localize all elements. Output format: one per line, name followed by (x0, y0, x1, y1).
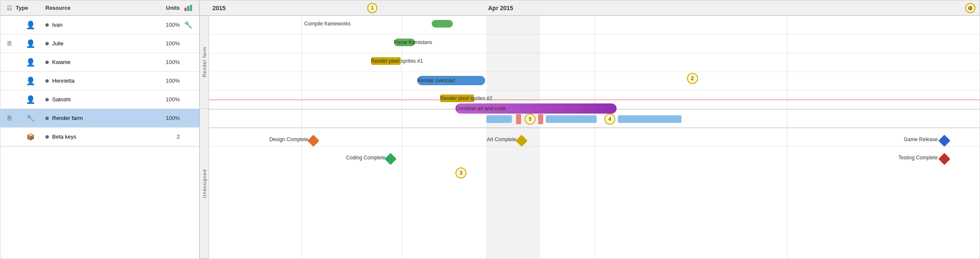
game-release-label: Game Release (904, 136, 938, 142)
beta-keys-row: 5 4 (486, 114, 681, 125)
table-header: ☷ Type Resource Units (0, 0, 199, 16)
gantt-panel: 2015 Apr 2015 1 ⊕ Render farm Unassigned (200, 0, 980, 259)
person-icon: 👤 (26, 76, 35, 86)
dot-icon (45, 61, 49, 64)
gantt-chart-area: Compile frameworks Parse framistans Rend… (209, 16, 980, 259)
art-complete-diamond[interactable] (516, 135, 528, 147)
row-action-ivan: 🔧 (180, 21, 197, 29)
art-complete-group: Art Complete (517, 136, 526, 145)
vert-label-column: Render farm Unassigned (200, 16, 209, 259)
wrench-icon: 🔧 (26, 114, 35, 122)
row-units-kwame: 100% (150, 59, 180, 65)
callout-1: 1 (367, 3, 377, 13)
row-resource-julie: Julie (45, 40, 150, 47)
testing-complete-label: Testing Complete (899, 155, 938, 161)
row-check-julie: 🖹 (3, 40, 16, 47)
row-type-henrietta: 👤 (16, 76, 45, 86)
beta-bar-3[interactable] (618, 115, 681, 123)
compile-label: Compile frameworks (304, 21, 350, 27)
beta-pink-1 (516, 114, 521, 124)
testing-complete-diamond[interactable] (938, 153, 950, 165)
dot-icon (45, 135, 49, 139)
gantt-header: 2015 Apr 2015 1 ⊕ (200, 0, 980, 16)
render-sprites2-row: Render pixel sprites #2 (440, 95, 474, 102)
parse-label: Parse framistans (394, 39, 432, 45)
row-type-satoshi: 👤 (16, 95, 45, 104)
row-resource-satoshi: Satoshi (45, 96, 150, 103)
header-units: Units (150, 5, 180, 11)
header-resource: Resource (45, 5, 150, 11)
coding-complete-label: Coding Complete (346, 155, 385, 161)
coding-complete-group: Coding Complete (386, 155, 395, 163)
row-check-render: 🖹 (3, 115, 16, 122)
parse-framistans-row: Parse framistans (394, 39, 415, 46)
row-units-ivan: 100% (150, 22, 180, 28)
row-type-ivan: 👤 (16, 20, 45, 30)
doc-icon: 🖹 (6, 115, 12, 122)
doc-icon: 🖹 (6, 40, 12, 47)
grid-vline (787, 16, 787, 259)
render-farm-label: Render farm (202, 47, 207, 77)
render-overload-row: Render overload (417, 76, 485, 85)
dot-icon (45, 117, 49, 120)
resource-table: ☷ Type Resource Units 👤 Ivan (0, 0, 200, 259)
svg-rect-0 (184, 8, 187, 11)
plus-button[interactable]: ⊕ (965, 3, 975, 13)
design-complete-group: Design Complete (309, 136, 318, 145)
row-resource-kwame: Kwame (45, 59, 150, 65)
row-units-henrietta: 100% (150, 78, 180, 84)
row-type-beta: 📦 (16, 133, 45, 141)
header-chart-icon (180, 3, 197, 13)
row-units-render: 100% (150, 115, 180, 121)
callout-2: 2 (687, 73, 698, 84)
dot-icon (45, 79, 49, 83)
art-complete-label: Art Complete (487, 136, 517, 142)
game-release-diamond[interactable] (938, 135, 950, 147)
row-resource-beta: Beta keys (45, 134, 150, 140)
table-row[interactable]: 🖹 🔧 Render farm 100% (0, 109, 199, 128)
row-resource-henrietta: Henrietta (45, 78, 150, 84)
render-overload-label: Render overload (417, 78, 455, 84)
callout-4: 4 (604, 114, 615, 125)
person-icon: 👤 (26, 20, 35, 30)
design-complete-diamond[interactable] (307, 135, 319, 147)
table-row[interactable]: 👤 Kwame 100% (0, 53, 199, 72)
beta-bar-2[interactable] (546, 115, 597, 123)
table-row[interactable]: 👤 Ivan 100% 🔧 (0, 16, 199, 34)
render-sprites2-label: Render pixel sprites #2 (440, 95, 492, 101)
gantt-month-label: Apr 2015 (488, 5, 513, 11)
combine-art-row: Combine art and code (455, 103, 879, 114)
box-icon: 📦 (26, 133, 35, 141)
table-row[interactable]: 👤 Satoshi 100% (0, 90, 199, 109)
design-complete-label: Design Complete (269, 136, 308, 142)
compile-frameworks-row: Compile frameworks (379, 20, 453, 28)
svg-rect-2 (190, 5, 192, 11)
row-units-beta: 2 (150, 134, 180, 140)
person-icon: 👤 (26, 39, 35, 48)
row-units-satoshi: 100% (150, 96, 180, 103)
row-type-render: 🔧 (16, 114, 45, 122)
header-check: ☷ (3, 5, 16, 11)
table-row[interactable]: 📦 Beta keys 2 (0, 128, 199, 146)
table-row[interactable]: 👤 Henrietta 100% (0, 72, 199, 90)
beta-pink-2 (538, 114, 543, 124)
grid-vline (402, 16, 402, 259)
callout-5: 5 (525, 114, 536, 125)
unassigned-label: Unassigned (202, 169, 207, 198)
compile-bar[interactable] (432, 20, 453, 28)
person-icon: 👤 (26, 95, 35, 104)
gantt-body: Render farm Unassigned (200, 16, 980, 259)
gantt-year-label: 2015 (212, 5, 226, 11)
combine-label: Combine art and code (455, 106, 505, 111)
dot-icon (45, 42, 49, 45)
game-release-group: Game Release (940, 136, 949, 145)
coding-complete-diamond[interactable] (385, 153, 396, 165)
svg-rect-1 (187, 6, 190, 11)
table-row[interactable]: 🖹 👤 Julie 100% (0, 34, 199, 53)
testing-complete-group: Testing Complete (940, 155, 949, 163)
render-sprites1-row: Render pixel sprites #1 (371, 57, 401, 65)
row-resource-ivan: Ivan (45, 22, 150, 28)
beta-bar-1[interactable] (486, 115, 512, 123)
row-units-julie: 100% (150, 40, 180, 47)
render-sprites1-label: Render pixel sprites #1 (371, 58, 423, 64)
